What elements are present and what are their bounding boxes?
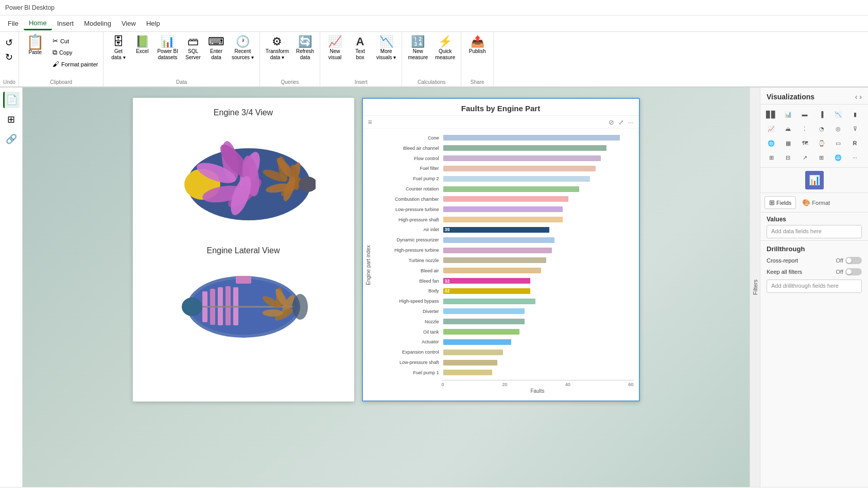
expand-icon[interactable]: ⤢ [618,118,624,126]
recent-sources-button[interactable]: 🕐 Recentsources ▾ [229,33,256,63]
bar-label: High-pressure shaft [375,217,442,222]
svg-point-32 [263,309,283,317]
bar-row: High-speed bypass [375,298,634,305]
bar-row: Oil tank [375,328,634,335]
viz-matrix[interactable]: ⊟ [782,151,795,164]
undo-button[interactable]: ↺ [3,36,15,49]
quick-measure-button[interactable]: ⚡ Quickmeasure [432,33,458,63]
viz-more[interactable]: ··· [848,151,862,164]
data-group-label: Data [107,79,256,86]
power-bi-datasets-button[interactable]: 📊 Power BIdatasets [154,33,181,63]
bar-track [443,350,634,355]
viz-table[interactable]: ⊞ [765,151,778,164]
viz-funnel[interactable]: ⊽ [848,122,862,135]
values-drop-zone[interactable]: Add data fields here [767,225,862,238]
bar-label: Combustion chamber [375,197,442,202]
viz-panel-back[interactable]: ‹ [855,93,858,101]
viz-card[interactable]: ▭ [831,136,845,150]
ribbon-group-undoredo: ↺ ↻ Undo [0,32,19,86]
drillthrough-section: Drillthrough Cross-report Off Keep all f… [760,241,868,297]
bar-track [443,155,634,161]
more-options-icon[interactable]: ··· [628,118,634,126]
bar-fill [443,350,503,355]
menu-insert[interactable]: Insert [52,18,79,29]
viz-clustered-col[interactable]: 📉 [831,108,845,121]
menu-help[interactable]: Help [141,18,165,29]
new-visual-button[interactable]: 📈 Newvisual [323,33,346,63]
viz-stacked-col[interactable]: ▐ [815,108,828,121]
excel-button[interactable]: 📗 Excel [132,33,152,56]
viz-donut[interactable]: ◎ [831,122,845,135]
viz-gauge[interactable]: ⌚ [815,136,828,150]
bar-track [443,299,634,304]
fields-tab[interactable]: ⊞ Fields [765,196,796,209]
cross-report-toggle[interactable]: Off [836,257,862,264]
bar-fill [443,237,555,243]
format-tab[interactable]: 🎨 Format [798,196,834,209]
bar-row: Counter rotation [375,186,634,193]
sidebar-model-icon[interactable]: 🔗 [3,131,20,147]
tab-bar: File Home Insert Modeling View Help [0,15,868,32]
keep-filters-toggle[interactable]: Off [836,268,862,275]
main-area: 📄 ⊞ 🔗 Engine 3/4 View [0,88,868,487]
redo-button[interactable]: ↻ [3,50,15,64]
bar-label: High-speed bypass [375,299,442,304]
viz-r-script[interactable]: R [848,136,862,150]
bar-row: Dynamic pressurizer [375,237,634,243]
viz-filled-map[interactable]: 🗺 [798,136,811,150]
viz-kpi[interactable]: ↗ [798,151,811,164]
viz-area[interactable]: ⛰ [782,122,795,135]
bar-row: Expansion control [375,349,634,356]
more-visuals-button[interactable]: 📉 Morevisuals ▾ [374,33,398,63]
viz-panel-forward[interactable]: › [859,93,862,101]
bar-fill [443,196,568,202]
share-group-label: Share [464,79,490,86]
bar-label: Bleed fan [375,278,442,284]
insert-group-label: Insert [323,79,398,86]
bar-chart-rows: ConeBleed air channelFlow controlFuel fi… [375,133,634,380]
viz-pie[interactable]: ◔ [815,122,828,135]
menu-home[interactable]: Home [24,17,52,30]
bar-row: Bleed air channel [375,145,634,151]
menu-file[interactable]: File [3,18,24,29]
paste-button[interactable]: 📋 Paste [22,33,48,57]
filters-strip: Filters [750,88,760,487]
format-painter-button[interactable]: 🖌 Format painter [50,59,100,69]
bar-track [443,217,634,222]
keep-filters-value: Off [836,269,843,275]
viz-scatter[interactable]: ⁚ [798,122,811,135]
filter-icon[interactable]: ⊘ [609,118,614,126]
text-box-button[interactable]: A Textbox [349,33,372,63]
bar-label: Bleed air [375,268,442,273]
copy-button[interactable]: ⧉ Copy [50,47,100,58]
viz-line[interactable]: 📈 [765,122,778,135]
sidebar-report-icon[interactable]: 📄 [3,92,20,108]
bar-track [443,308,634,314]
bar-track: 32 [443,288,634,294]
cross-report-row: Cross-report Off [767,257,862,264]
menu-modeling[interactable]: Modeling [79,18,116,29]
enter-data-button[interactable]: ⌨ Enterdata [205,33,227,63]
viz-clustered-bar[interactable]: 📊 [782,108,795,121]
viz-map[interactable]: 🌐 [765,136,778,150]
viz-100pct-col[interactable]: ▮ [848,108,862,121]
viz-stacked-bar[interactable]: ▊▊ [765,108,778,121]
publish-button[interactable]: 📤 Publish [464,33,490,56]
viz-treemap[interactable]: ▦ [782,136,795,150]
viz-arcgis[interactable]: 🌐 [831,151,845,164]
menu-view[interactable]: View [116,18,141,29]
refresh-data-button[interactable]: 🔄 Refreshdata [293,33,317,63]
menu-bar: Power BI Desktop [0,0,868,15]
bar-label: Dynamic pressurizer [375,237,442,242]
sidebar-table-icon[interactable]: ⊞ [3,111,20,128]
drillthrough-drop-zone[interactable]: Add drillthrough fields here [767,280,862,293]
transform-data-button[interactable]: ⚙ Transformdata ▾ [263,33,291,63]
viz-slicer[interactable]: ⊞ [815,151,828,164]
sql-server-button[interactable]: 🗃 SQLServer [183,33,203,63]
new-measure-button[interactable]: 🔢 Newmeasure [405,33,430,63]
drag-icon[interactable]: ≡ [368,118,372,126]
bar-track [443,186,634,192]
cut-button[interactable]: ✂ Cut [50,36,100,46]
viz-100pct-bar[interactable]: ▬ [798,108,811,121]
get-data-button[interactable]: 🗄 Getdata ▾ [107,33,130,63]
